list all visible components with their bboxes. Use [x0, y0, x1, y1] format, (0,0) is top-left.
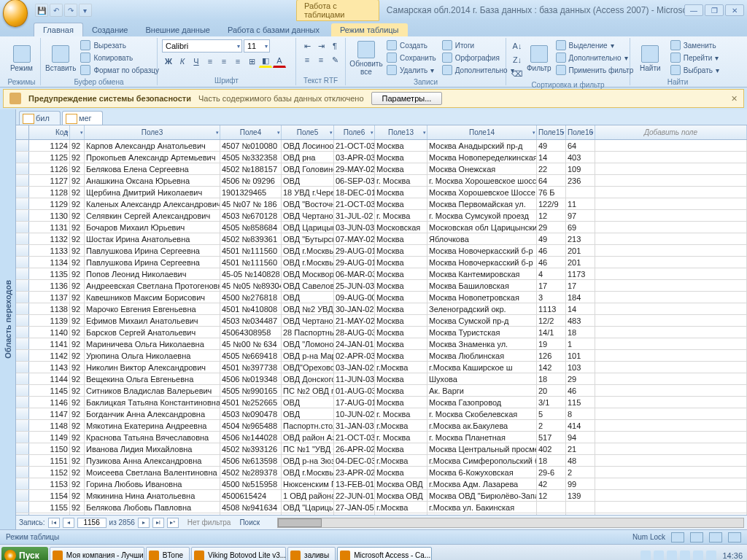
table-row[interactable]: 113292Шостак Ирина Анатольевна4502 №8393… — [16, 233, 747, 245]
col-pole3[interactable]: Поле3▾ — [85, 125, 220, 139]
toggle-filter[interactable]: Применить фильтр — [554, 64, 635, 76]
table-row[interactable]: 115392Горина Любовь Ивановна4500 №515958… — [16, 478, 747, 490]
object-tab-meg[interactable]: мег — [62, 111, 103, 125]
format-painter-button[interactable]: Формат по образцу — [79, 64, 160, 76]
col-pole15[interactable]: Поле15▾ — [537, 125, 566, 139]
qat-customize-icon[interactable]: ▾ — [79, 4, 92, 17]
col-pole13[interactable]: Поле13▾ — [375, 125, 427, 139]
view-chart-icon[interactable] — [709, 532, 722, 542]
align-left-button[interactable]: ≡ — [204, 55, 217, 68]
object-tab-bil[interactable]: бил — [19, 111, 61, 125]
table-row[interactable]: 115492Мякинина Нина Анатольевна450061542… — [16, 490, 747, 502]
row-selector[interactable] — [16, 315, 29, 326]
tray-icon[interactable] — [693, 551, 703, 561]
italic-button[interactable]: К — [176, 55, 189, 68]
tray-icon[interactable] — [654, 551, 664, 561]
align-right-button[interactable]: ≡ — [231, 55, 244, 68]
row-selector[interactable] — [16, 373, 29, 384]
tab-dbtools[interactable]: Работа с базами данных — [219, 23, 328, 36]
taskbar-item[interactable]: BTone — [146, 547, 190, 561]
col-pole6[interactable]: Поле6▾ — [334, 125, 375, 139]
row-selector[interactable] — [16, 397, 29, 408]
table-row[interactable]: 114692Баклицкая Татьяна Константиновна45… — [16, 397, 747, 408]
tab-datasheet[interactable]: Режим таблицы — [331, 23, 408, 36]
table-row[interactable]: 113592Попов Леонид Николаевич45-05 №1408… — [16, 268, 747, 280]
row-selector[interactable] — [16, 152, 29, 163]
advanced-filter[interactable]: Дополнительно ▾ — [554, 52, 635, 63]
row-selector[interactable] — [16, 513, 29, 515]
find-button[interactable]: Найти — [635, 39, 666, 77]
table-row[interactable]: 115192Пузикова Анна Александровна4506 №6… — [16, 455, 747, 467]
row-selector[interactable] — [16, 292, 29, 303]
table-row[interactable]: 114392Николин Виктор Александрович4501 №… — [16, 362, 747, 373]
nav-last[interactable]: ▸I — [152, 518, 164, 528]
new-record-button[interactable]: Создать — [385, 39, 438, 51]
row-selector[interactable] — [16, 362, 29, 373]
paste-button[interactable]: Вставить — [45, 39, 76, 77]
row-selector[interactable] — [16, 257, 29, 268]
nav-prev[interactable]: ◂ — [63, 518, 74, 528]
row-selector[interactable] — [16, 490, 29, 501]
align-center-button[interactable]: ≡ — [217, 55, 231, 68]
row-selector[interactable] — [16, 408, 29, 419]
row-selector[interactable] — [16, 175, 29, 186]
row-selector[interactable] — [16, 467, 29, 478]
row-selector[interactable] — [16, 478, 29, 489]
font-size-combo[interactable]: 11 — [244, 39, 270, 52]
table-row[interactable]: 112992Каленых Александр Александрович45 … — [16, 198, 747, 210]
table-row[interactable]: 113892Марочко Евгения Евгеньевна4501 №41… — [16, 303, 747, 315]
table-row[interactable]: 113092Селявкин Сергей Александрович4503 … — [16, 210, 747, 222]
select-button[interactable]: Выбрать ▾ — [669, 64, 721, 76]
row-selector[interactable] — [16, 268, 29, 279]
tray-clock[interactable]: 14:36 — [722, 551, 743, 560]
table-row[interactable]: 115692Майорова Юлия Сергеевна4507 №33410… — [16, 513, 747, 515]
col-pole14[interactable]: Поле14▾ — [427, 125, 537, 139]
table-row[interactable]: 114792Богданчик Анна Александровна4503 №… — [16, 408, 747, 420]
row-selector[interactable] — [16, 455, 29, 466]
table-row[interactable]: 113792Кавешников Максим Борисович4500 №2… — [16, 292, 747, 303]
row-selector[interactable] — [16, 198, 29, 209]
tab-external[interactable]: Внешние данные — [137, 23, 219, 36]
col-p2[interactable]: ▾ — [70, 125, 85, 139]
bullets[interactable]: ≡ — [301, 53, 314, 66]
col-kod[interactable]: Код▾ — [29, 125, 70, 139]
select-all-corner[interactable] — [16, 125, 29, 139]
font-color-button[interactable]: A — [273, 55, 286, 68]
ltr[interactable]: ¶ — [328, 39, 341, 52]
col-pole5[interactable]: Поле5▾ — [282, 125, 334, 139]
start-button[interactable]: Пуск — [1, 547, 48, 561]
table-row[interactable]: 113692Андреевская Светлана Протогеновн45… — [16, 280, 747, 292]
minimize-button[interactable]: — — [684, 4, 703, 16]
clear-sort[interactable]: ⌫ — [511, 67, 524, 80]
highlight[interactable]: ✎ — [328, 53, 341, 66]
tray-icon[interactable] — [706, 551, 716, 561]
table-row[interactable]: 114492Вещекина Ольга Евгеньевна4506 №019… — [16, 373, 747, 385]
table-row[interactable]: 113392Павлушкова Ирина Сергеевна4501 №11… — [16, 245, 747, 257]
table-row[interactable]: 115592Белякова Любовь Павловна4508 №9416… — [16, 502, 747, 513]
row-selector[interactable] — [16, 280, 29, 291]
table-row[interactable]: 115292Моисеева Светлана Валентиновна4502… — [16, 467, 747, 478]
row-selector[interactable] — [16, 443, 29, 454]
nav-new[interactable]: ▸* — [167, 518, 179, 528]
tray-icon[interactable] — [667, 551, 677, 561]
tray-icon[interactable] — [640, 551, 651, 561]
underline-button[interactable]: Ч — [190, 55, 203, 68]
table-row[interactable]: 114992Краснова Татьяна Вячеславовна4506 … — [16, 432, 747, 443]
col-pole16[interactable]: Поле16▾ — [566, 125, 595, 139]
table-row[interactable]: 114092Барсков Сергей Анатольевич45064308… — [16, 327, 747, 338]
row-selector[interactable] — [16, 233, 29, 244]
cut-button[interactable]: Вырезать — [79, 39, 160, 51]
navigation-pane-collapsed[interactable]: Область переходов — [0, 109, 16, 529]
office-button[interactable] — [3, 0, 28, 27]
security-close-icon[interactable]: ✕ — [731, 94, 738, 104]
gridlines-button[interactable]: ⊞ — [245, 55, 258, 68]
table-row[interactable]: 114892Мякотина Екатерина Андреевна4504 №… — [16, 420, 747, 432]
table-row[interactable]: 112692Белякова Елена Сергеевна4502 №1881… — [16, 163, 747, 175]
copy-button[interactable]: Копировать — [79, 52, 160, 63]
col-pole4[interactable]: Поле4▾ — [220, 125, 282, 139]
table-row[interactable]: 113992Ефимов Михаил Анатольевич4503 №034… — [16, 315, 747, 327]
indent-dec[interactable]: ⇤ — [301, 39, 314, 52]
table-row[interactable]: 115092Иванова Лидия Михайловна4502 №3931… — [16, 443, 747, 455]
sort-desc[interactable]: Z↓ — [511, 53, 524, 66]
fill-color-button[interactable]: ◧ — [259, 55, 272, 68]
